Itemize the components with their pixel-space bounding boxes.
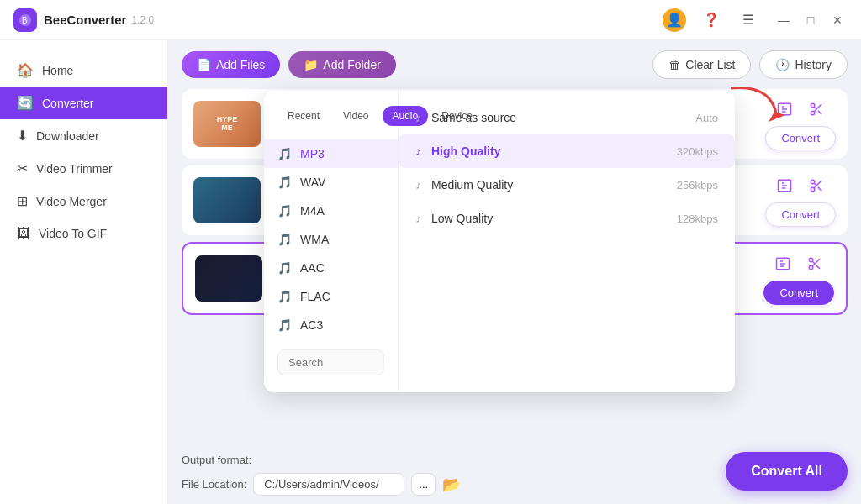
format-label-wma: WMA (300, 233, 329, 246)
edit-icon[interactable] (773, 97, 796, 121)
quality-name-high: High Quality (431, 144, 667, 158)
file-thumbnail (193, 177, 261, 223)
convert-all-button[interactable]: Convert All (726, 452, 848, 491)
tab-recent[interactable]: Recent (277, 106, 330, 126)
svg-point-16 (809, 265, 813, 270)
format-label-aac: AAC (300, 261, 325, 275)
quality-panel: ♪ Same as source Auto ♪ High Quality 320… (399, 91, 735, 392)
music-icon: 🎵 (277, 204, 292, 218)
svg-line-18 (816, 265, 820, 269)
quality-name-same: Same as source (431, 111, 685, 124)
sidebar-item-home[interactable]: 🏠 Home (0, 54, 167, 87)
add-folder-button[interactable]: 📁 Add Folder (288, 51, 395, 78)
convert-button-3[interactable]: Convert (763, 281, 834, 305)
file-thumbnail: HYPE ME (193, 101, 261, 147)
quality-item-high[interactable]: ♪ High Quality 320kbps (399, 134, 735, 168)
location-input[interactable] (253, 473, 404, 496)
music-note-icon: ♪ (415, 212, 421, 225)
svg-line-6 (818, 111, 821, 114)
help-button[interactable]: ❓ (700, 8, 723, 32)
format-item-aac[interactable]: 🎵 AAC (264, 254, 398, 282)
edit-icon[interactable] (771, 252, 795, 276)
svg-point-10 (811, 187, 815, 192)
folder-open-button[interactable]: 📂 (442, 475, 461, 494)
format-list: 🎵 MP3 🎵 WAV 🎵 M4A 🎵 WMA 🎵 AAC 🎵 FLAC (264, 136, 398, 343)
home-icon: 🏠 (17, 62, 34, 78)
music-icon: 🎵 (277, 233, 292, 246)
music-icon: 🎵 (277, 147, 292, 160)
toolbar: 📄 Add Files 📁 Add Folder 🗑 Clear List 🕐 … (168, 40, 861, 89)
sidebar-item-converter[interactable]: 🔄 Converter (0, 87, 167, 119)
clear-list-button[interactable]: 🗑 Clear List (652, 50, 751, 79)
user-button[interactable]: 👤 (663, 8, 686, 32)
format-item-ac3[interactable]: 🎵 AC3 (264, 311, 398, 339)
quality-kbps-low: 128kbps (677, 213, 718, 225)
convert-button-2[interactable]: Convert (765, 202, 836, 227)
format-sidebar: Recent Video Audio Device 🎵 MP3 🎵 WAV 🎵 … (264, 91, 399, 392)
title-bar: B BeeConverter 1.2.0 👤 ❓ ☰ — □ ✕ (0, 0, 861, 40)
format-item-mp3[interactable]: 🎵 MP3 (264, 139, 398, 168)
svg-point-9 (811, 180, 815, 184)
file-thumbnail (195, 255, 262, 302)
sidebar-item-video-merger[interactable]: ⊞ Video Merger (0, 185, 167, 218)
sidebar-item-downloader-label: Downloader (36, 129, 99, 143)
scissors-icon[interactable] (805, 97, 828, 121)
search-box (264, 343, 398, 382)
format-item-wav[interactable]: 🎵 WAV (264, 168, 398, 197)
add-files-button[interactable]: 📄 Add Files (182, 51, 280, 78)
quality-item-medium[interactable]: ♪ Medium Quality 256kbps (399, 168, 735, 202)
merger-icon: ⊞ (17, 193, 28, 209)
format-item-wma[interactable]: 🎵 WMA (264, 225, 398, 254)
format-label-m4a: M4A (300, 204, 325, 218)
history-button[interactable]: 🕐 History (759, 50, 848, 79)
add-files-label: Add Files (216, 58, 265, 71)
menu-button[interactable]: ☰ (737, 8, 760, 32)
quality-item-same-as-source[interactable]: ♪ Same as source Auto (399, 101, 735, 134)
format-label-flac: FLAC (300, 290, 330, 303)
format-item-flac[interactable]: 🎵 FLAC (264, 282, 398, 311)
app-name: BeeConverter (44, 13, 126, 27)
file-location-label: File Location: (182, 478, 246, 491)
sidebar-item-trimmer-label: Video Trimmer (36, 162, 113, 176)
format-label-ac3: AC3 (300, 318, 323, 332)
add-folder-icon: 📁 (304, 58, 318, 71)
close-button[interactable]: ✕ (827, 10, 848, 30)
browse-button[interactable]: ... (411, 473, 436, 496)
file-icons (773, 97, 828, 121)
scissors-icon[interactable] (805, 174, 828, 197)
svg-line-7 (814, 107, 816, 109)
converter-icon: 🔄 (17, 95, 34, 111)
sidebar-item-gif-label: Video To GIF (39, 227, 107, 240)
minimize-button[interactable]: — (774, 10, 794, 30)
add-files-icon: 📄 (197, 58, 211, 71)
edit-icon[interactable] (773, 174, 796, 197)
add-folder-label: Add Folder (323, 58, 380, 71)
tab-video[interactable]: Video (333, 106, 378, 126)
quality-kbps-high: 320kbps (677, 145, 718, 158)
file-actions: Convert (763, 252, 834, 305)
title-bar-right: 👤 ❓ ☰ — □ ✕ (663, 8, 848, 32)
file-actions: Convert (765, 97, 836, 150)
quality-name-medium: Medium Quality (431, 178, 667, 192)
quality-item-low[interactable]: ♪ Low Quality 128kbps (399, 202, 735, 235)
quality-kbps-same: Auto (695, 112, 718, 124)
svg-point-15 (809, 258, 813, 262)
quality-kbps-medium: 256kbps (677, 179, 718, 192)
svg-point-4 (811, 111, 815, 115)
output-format-label: Output format: (182, 454, 251, 466)
clear-list-label: Clear List (685, 58, 735, 71)
history-icon: 🕐 (775, 58, 790, 71)
sidebar-item-video-to-gif[interactable]: 🖼 Video To GIF (0, 218, 167, 249)
format-search-input[interactable] (277, 349, 384, 375)
scissors-icon[interactable] (803, 252, 827, 276)
trash-icon: 🗑 (668, 58, 680, 71)
maximize-button[interactable]: □ (800, 10, 821, 30)
quality-name-low: Low Quality (431, 212, 667, 225)
svg-line-19 (812, 261, 815, 264)
convert-button-1[interactable]: Convert (765, 126, 836, 150)
sidebar-item-video-trimmer[interactable]: ✂ Video Trimmer (0, 152, 167, 185)
format-item-m4a[interactable]: 🎵 M4A (264, 197, 398, 225)
trimmer-icon: ✂ (17, 160, 28, 176)
sidebar-item-downloader[interactable]: ⬇ Downloader (0, 119, 167, 152)
sidebar-item-merger-label: Video Merger (36, 195, 107, 208)
